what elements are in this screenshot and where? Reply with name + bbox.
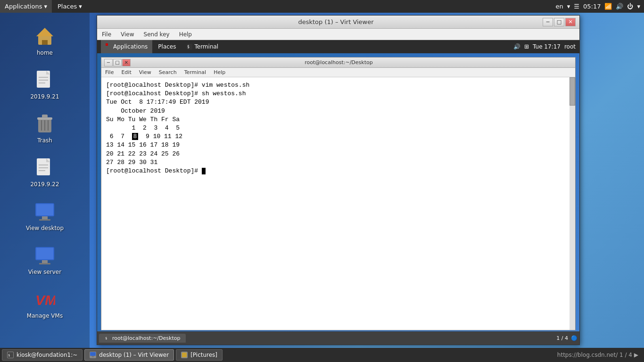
terminal-line-2: [root@localhost Desktop]# sh westos.sh — [106, 90, 570, 98]
power-icon: ⏻ — [627, 3, 633, 10]
taskbar-virt-label: desktop (1) – Virt Viewer — [99, 352, 169, 358]
terminal-title: root@localhost:~/Desktop — [131, 59, 547, 66]
inner-terminal-label: Terminal — [194, 43, 218, 50]
inner-places-label: Places — [158, 43, 176, 50]
inner-places-btn[interactable]: Places — [153, 40, 181, 53]
view-server-icon-img — [33, 244, 56, 267]
inner-bar-right: 🔊 ⊞ Tue 17:17 root — [513, 43, 576, 50]
terminal-scrollbar[interactable] — [570, 77, 575, 330]
term-close-btn[interactable]: ✕ — [122, 59, 131, 66]
inner-user: root — [564, 43, 576, 50]
svg-rect-24 — [36, 248, 53, 259]
svg-rect-26 — [39, 263, 50, 264]
svg-text:VM: VM — [35, 292, 55, 308]
apps-label: Applications — [5, 3, 42, 10]
term-menu-search[interactable]: Search — [155, 68, 181, 77]
taskbar-pictures[interactable]: [Pictures] — [176, 349, 223, 361]
terminal-line-3: Tue Oct 8 17:17:49 EDT 2019 — [106, 98, 570, 107]
term-menu-edit[interactable]: Edit — [117, 68, 135, 77]
svg-rect-2 — [42, 40, 48, 45]
term-menu-view[interactable]: View — [135, 68, 155, 77]
inner-desktop: Applications Places $ Terminal 🔊 ⊞ — [97, 40, 579, 345]
desktop-icon-view-desktop[interactable]: View desktop — [21, 197, 68, 234]
manage-vms-icon-img: VM — [33, 288, 56, 311]
taskbar-virt-icon — [90, 352, 96, 358]
top-bar-right: en ▾ ☰ 05:17 📶 🔊 ⏻ ▾ — [556, 3, 644, 10]
inner-applications-btn[interactable]: Applications — [101, 40, 152, 53]
desktop-icon-trash[interactable]: Trash — [21, 110, 68, 147]
svg-text:$: $ — [8, 354, 10, 357]
desktop-icon-view-server[interactable]: View server — [21, 241, 68, 278]
term-menu-file[interactable]: File — [101, 68, 117, 77]
svg-rect-37 — [90, 352, 96, 356]
term-menu-terminal[interactable]: Terminal — [181, 68, 210, 77]
manage-vms-label: Manage VMs — [27, 313, 63, 319]
desktop: Applications ▾ Places ▾ en ▾ ☰ 05:17 📶 🔊… — [0, 0, 644, 362]
menu-file[interactable]: File — [97, 29, 116, 40]
terminal-controls: − □ ✕ — [104, 59, 131, 66]
close-btn[interactable]: ✕ — [565, 18, 576, 26]
svg-text:$: $ — [187, 45, 190, 49]
calendar-today: 8 — [132, 133, 139, 140]
terminal-body[interactable]: [root@localhost Desktop]# vim westos.sh … — [101, 77, 575, 330]
terminal-line-5: Su Mo Tu We Th Fr Sa — [106, 115, 570, 124]
terminal-window: − □ ✕ root@localhost:~/Desktop File Edit… — [101, 57, 576, 330]
taskbar-pictures-icon — [181, 352, 188, 358]
terminal-line-6: 1 2 3 4 5 — [106, 124, 570, 132]
menu-icon: ☰ — [574, 3, 579, 10]
term-menu-help[interactable]: Help — [210, 68, 229, 77]
places-label: Places — [58, 3, 77, 10]
sound-icon: 🔊 — [616, 3, 623, 10]
applications-menu-btn[interactable]: Applications ▾ — [0, 0, 52, 13]
time-display: 05:17 — [583, 3, 601, 10]
view-desktop-icon-img — [33, 200, 56, 223]
file2-icon-img — [33, 156, 56, 179]
virt-viewer-menubar: File View Send key Help — [97, 29, 579, 40]
inner-tab-right: 1 / 4 🔵 — [556, 335, 578, 341]
svg-rect-21 — [42, 216, 48, 219]
minimize-btn[interactable]: − — [543, 18, 553, 26]
maximize-btn[interactable]: □ — [554, 18, 564, 26]
view-desktop-label: View desktop — [26, 225, 64, 231]
taskbar-virt-viewer[interactable]: desktop (1) – Virt Viewer — [84, 349, 174, 361]
inner-terminal-btn[interactable]: $ Terminal — [182, 40, 223, 53]
desktop-icon-manage-vms[interactable]: VM Manage VMs — [21, 285, 68, 322]
trash-label: Trash — [37, 137, 52, 144]
taskbar-kiosk[interactable]: $ kiosk@foundation1:~ — [2, 349, 83, 361]
menu-send-key[interactable]: Send key — [139, 29, 174, 40]
terminal-menubar: File Edit View Search Terminal Help — [101, 68, 575, 77]
scrollbar-thumb[interactable] — [570, 77, 575, 106]
file1-label: 2019.9.21 — [30, 93, 59, 100]
terminal-line-11: [root@localhost Desktop]# — [106, 167, 570, 175]
svg-rect-22 — [39, 219, 50, 221]
home-icon-img — [33, 25, 56, 48]
inner-display-icon: ⊞ — [524, 43, 529, 50]
top-bar: Applications ▾ Places ▾ en ▾ ☰ 05:17 📶 🔊… — [0, 0, 644, 13]
desktop-icon-file2[interactable]: 2019.9.22 — [21, 154, 68, 190]
desktop-icon-file1[interactable]: 2019.9.21 — [21, 66, 68, 103]
inner-tab-label: root@localhost:~/Desktop — [112, 335, 180, 341]
home-label: home — [37, 49, 53, 56]
menu-view[interactable]: View — [116, 29, 139, 40]
terminal-cursor — [202, 168, 206, 174]
inner-tab-terminal[interactable]: $ root@localhost:~/Desktop — [99, 334, 186, 343]
view-server-label: View server — [28, 269, 61, 275]
sidebar: home 2019.9.21 — [0, 13, 90, 348]
desktop-icon-home[interactable]: home — [21, 22, 68, 59]
taskbar-right-info: https://blog.csdn.net/ 1 / 4 ▶ — [557, 352, 642, 358]
term-minimize-btn[interactable]: − — [104, 59, 113, 66]
lang-indicator[interactable]: en — [556, 3, 563, 10]
bottom-right-url: https://blog.csdn.net/ 1 / 4 ▶ — [557, 352, 638, 358]
inner-page-icon: 🔵 — [571, 335, 578, 341]
inner-terminal-icon: $ — [186, 43, 194, 50]
terminal-titlebar: − □ ✕ root@localhost:~/Desktop — [101, 58, 575, 68]
places-menu-btn[interactable]: Places ▾ — [53, 0, 87, 13]
terminal-line-8: 13 14 15 16 17 18 19 — [106, 141, 570, 149]
virt-viewer-controls: − □ ✕ — [543, 18, 576, 26]
lang-arrow: ▾ — [567, 3, 570, 10]
virt-viewer-title: desktop (1) – Virt Viewer — [129, 18, 543, 25]
menu-help[interactable]: Help — [174, 29, 197, 40]
bottom-taskbar: $ kiosk@foundation1:~ desktop (1) – Virt… — [0, 348, 644, 362]
terminal-line-4: October 2019 — [106, 107, 570, 115]
term-maximize-btn[interactable]: □ — [113, 59, 122, 66]
